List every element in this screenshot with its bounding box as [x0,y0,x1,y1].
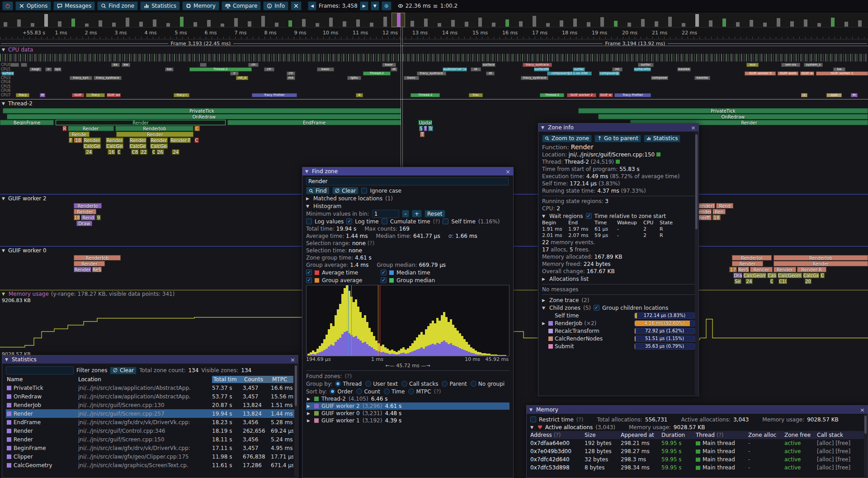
table-row[interactable]: OnRedraw jni/../jni/src/claw/application… [6,392,294,401]
table-row[interactable]: Render jni/../jni/src/guif/Screen.cpp:25… [6,409,294,418]
free-callstack-link[interactable]: [free] [835,448,850,454]
cpu-zone-block[interactable]: GUIF w [800,71,814,76]
zone[interactable]: F [69,137,73,143]
cpu-zone-block[interactable]: et [486,71,495,76]
zone[interactable]: Rencer [750,267,773,272]
cpu-zone-block[interactable]: cfr [248,63,259,67]
find-zone-histogram[interactable] [306,285,509,356]
child-zone-row[interactable]: CalcRenderNodes 51.51 μs (1.15%) [542,335,695,342]
cpu-zone-block[interactable] [21,63,27,67]
radio-icon[interactable] [335,381,341,387]
table-row[interactable]: 0x7dfaa64e00 192 bytes 298.21 ms 59.95 s… [530,439,864,447]
restrict-time-checkbox[interactable] [530,416,536,422]
min-bin-input[interactable] [372,210,399,218]
zone-info-titlebar[interactable]: Zone info [538,123,698,132]
zone[interactable]: C [152,149,156,155]
zone[interactable]: RenderJob [115,126,193,131]
memory-usage-header[interactable]: Memory usage (y-range: 178.27 KB, visibl… [2,291,175,297]
sort-by-option[interactable]: MTPC [408,388,431,395]
scrollbar-thumb[interactable] [295,365,297,406]
alloc-callstack-link[interactable]: [alloc] [817,448,834,454]
child-zone-row[interactable]: Self time 172.14 μs (3.83%) [542,312,695,319]
scrollbar[interactable] [695,133,698,395]
zone[interactable]: BeginFrame [0,120,54,125]
time-ruler[interactable]: +55.83 s1 ms2 ms3 ms4 ms5 ms6 ms7 ms8 ms… [0,28,868,39]
memory-button[interactable]: Memory [182,1,219,10]
find-button[interactable]: Find [306,187,330,194]
cpu-zone-block[interactable]: Tracy [86,93,105,97]
zone[interactable]: RenderJo [74,203,101,208]
zone[interactable]: T [424,126,427,131]
zone[interactable]: Dra [733,273,742,278]
zone[interactable]: Render [129,137,146,143]
cpu-rows[interactable]: CPU0CPU1CPU2CPU3CPU4CPU5CPU6CPU7 kakwcfr… [0,63,868,98]
cpu-zone-block[interactable]: Thread-2 [540,93,564,97]
zone[interactable]: CalcGeo [106,143,123,149]
zoom-to-zone-button[interactable]: Zoom to zone [542,135,592,142]
zone[interactable]: Render [732,261,763,266]
wait-region-row[interactable]: 1.91 ms1.97 ms61 μs-2R [542,226,695,232]
expand-icon[interactable] [307,411,311,416]
expand-icon[interactable] [542,321,547,326]
cpu-zone-block[interactable]: kw [122,63,130,67]
zone[interactable]: Update [418,120,432,125]
radio-icon[interactable] [408,388,414,394]
group-children-checkbox[interactable] [594,305,599,311]
group-by-option[interactable]: User text [365,380,398,388]
legend-checkbox[interactable] [381,277,387,283]
zone[interactable]: 26 [156,149,164,155]
zone[interactable]: 24 [172,149,179,155]
find-zone-search-input[interactable] [306,177,509,185]
alloc-callstack-link[interactable]: [alloc] [817,464,834,471]
cpu-zone-block[interactable]: Tracy [16,93,30,97]
expand-icon[interactable] [306,195,311,202]
expand-icon[interactable] [542,297,547,304]
zone[interactable]: R [62,126,67,131]
allocation-address[interactable]: 0x7dfc53d898 [530,464,585,471]
radio-icon[interactable] [471,381,476,387]
zone[interactable]: Render [774,267,796,272]
cpu-zone-block[interactable]: tracy_systrace [521,76,548,80]
cpu-zone-block[interactable]: Thread-2 [189,67,252,71]
cpu-zone-block[interactable]: kwor [382,63,396,67]
radio-icon[interactable] [330,388,335,394]
zone[interactable]: Render [74,267,91,272]
cpu-zone-block[interactable]: ot [471,67,481,71]
frame-dropdown-button[interactable] [371,1,379,10]
table-row[interactable]: EndFrame jni/../jni/src/claw/gfx/drv/vk/… [6,418,294,426]
free-callstack-link[interactable]: [free] [835,440,850,446]
zone[interactable]: C8 [131,149,139,155]
cpu-zone-block[interactable]: surfaceflinger [534,67,550,71]
expand-icon[interactable] [307,418,311,423]
zone[interactable]: RerS [738,267,749,272]
table-row[interactable]: 0x7dfc42d640 32 bytes 298.3 ms 59.95 s M… [530,455,864,464]
legend-checkbox[interactable] [306,277,312,283]
alloc-callstack-link[interactable]: [alloc] [817,440,834,446]
table-row[interactable]: Render jni/../jni/src/guif/Control.cpp:3… [6,426,294,435]
zone[interactable]: Rend [716,203,733,208]
zone[interactable]: Render [56,120,226,125]
thread-header-thread2[interactable]: Thread-2 [0,100,868,107]
zone[interactable]: Sef [734,279,741,284]
cpu-zone-block[interactable]: Tracy Profiler [252,93,297,97]
zone[interactable]: C [194,137,199,143]
child-zone-row[interactable]: Submit 35.63 μs (0.79%) [542,342,695,350]
zone[interactable]: Draw [76,221,92,226]
group-by-option[interactable]: Call stacks [401,380,438,388]
found-zone-group[interactable]: Thread-2 (4,105) 6.46 s [306,395,509,402]
zone[interactable]: C [117,149,121,155]
free-callstack-link[interactable]: [free] [835,456,850,463]
scrollbar-thumb[interactable] [695,134,698,229]
cpu-zone-block[interactable]: kwoc [404,76,420,80]
allocation-address[interactable]: 0x7e049b3d00 [530,448,585,454]
zone[interactable]: OnRedraw [598,114,868,119]
cpu-zone-block[interactable]: composer@2.1-se (HW [547,71,592,76]
zone[interactable]: CalcGeo [83,143,100,149]
zone[interactable]: Render [74,209,96,214]
reset-button[interactable]: Reset [425,210,445,218]
cpu-zone-block[interactable]: surface [2,71,14,76]
cpu-zone-block[interactable]: sen-sis [781,63,800,67]
cpu-data-header[interactable]: CPU data [2,47,33,53]
cpu-zone-block[interactable]: kwoc [317,67,334,71]
table-row[interactable]: 0x7e049b3d00 128 bytes 298.27 ms 59.95 s… [530,447,864,455]
